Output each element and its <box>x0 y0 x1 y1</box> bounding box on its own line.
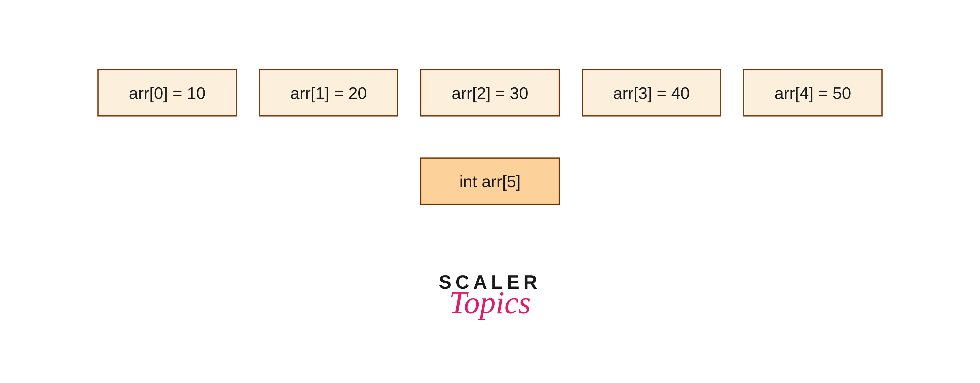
array-cell-4: arr[4] = 50 <box>743 69 883 116</box>
array-elements-row: arr[0] = 10 arr[1] = 20 arr[2] = 30 arr[… <box>97 69 883 116</box>
array-cell-label: arr[0] = 10 <box>129 83 205 103</box>
array-cell-0: arr[0] = 10 <box>97 69 237 116</box>
scaler-topics-logo: SCALER Topics <box>424 273 556 316</box>
logo-text-topics: Topics <box>424 289 556 316</box>
array-cell-label: arr[2] = 30 <box>452 83 528 103</box>
array-cell-2: arr[2] = 30 <box>420 69 560 116</box>
array-cell-1: arr[1] = 20 <box>259 69 398 116</box>
array-declaration-label: int arr[5] <box>460 172 521 191</box>
array-declaration-box: int arr[5] <box>420 158 560 205</box>
array-cell-label: arr[4] = 50 <box>775 83 851 103</box>
array-cell-label: arr[3] = 40 <box>613 83 690 103</box>
array-cell-label: arr[1] = 20 <box>290 83 367 103</box>
array-cell-3: arr[3] = 40 <box>582 69 721 116</box>
